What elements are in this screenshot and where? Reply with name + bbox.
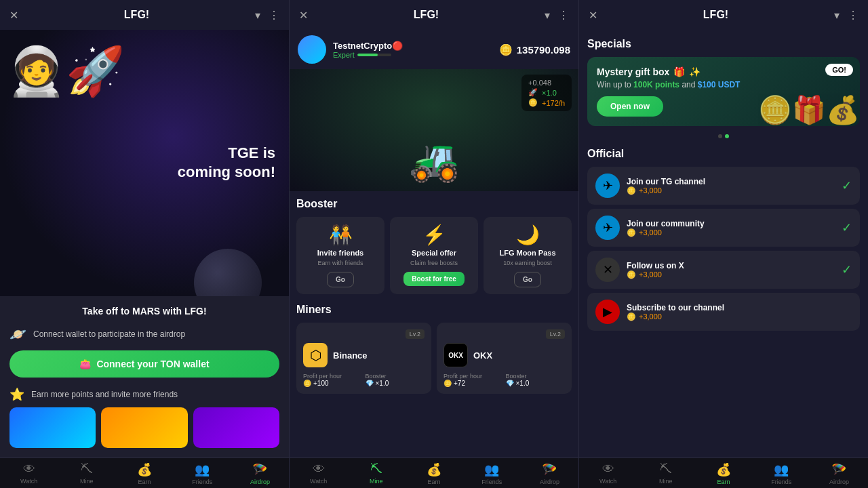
binance-stats: Profit per hour 🪙 +100 Booster 💎 ×1.0 — [303, 373, 425, 387]
task-list: ✈ Join our TG channel 🪙 +3,000 ✓ ✈ Join … — [587, 167, 860, 331]
nav-watch-label-2: Watch — [310, 478, 327, 485]
nav-friends-1[interactable]: 👥 Friends — [174, 462, 231, 485]
miner-card-okx: Lv.2 OKX OKX Profit per hour 🪙 +72 — [437, 323, 572, 394]
miner-truck-icon: 🚜 — [409, 136, 460, 184]
task-name-4: Subscribe to our channel — [627, 303, 852, 312]
dot-2 — [725, 134, 729, 138]
menu-icon-1[interactable]: ⋮ — [269, 9, 279, 22]
nav-earn-3[interactable]: 💰 Earn — [694, 462, 752, 485]
airdrop-nav-icon-3: 🪂 — [831, 462, 846, 477]
invite-friends-icon: 🧑‍🤝‍🧑 — [329, 224, 353, 246]
nav-friends-2[interactable]: 👥 Friends — [463, 462, 521, 485]
nav-airdrop-label-3: Airdrop — [829, 479, 849, 485]
nav-friends-label-3: Friends — [771, 479, 791, 485]
booster-special-sub: Claim free boosts — [410, 260, 458, 266]
friend-card-1 — [9, 407, 96, 448]
booster-section-title: Booster — [296, 198, 572, 210]
task-item-tg-channel[interactable]: ✈ Join our TG channel 🪙 +3,000 ✓ — [587, 167, 860, 205]
boost-icon-binance: 💎 — [366, 380, 374, 387]
rate-stat-1: +0.048 — [528, 79, 565, 87]
nav-watch-1[interactable]: 👁 Watch — [0, 462, 58, 485]
coin-icon: 🪙 — [499, 43, 513, 56]
booster-grid: 🧑‍🤝‍🧑 Invite friends Earn with friends G… — [296, 217, 572, 294]
tagline: Take off to MARS with LFG! — [9, 306, 279, 317]
nav-airdrop-2[interactable]: 🪂 Airdrop — [521, 462, 578, 485]
earn-nav-icon-3: 💰 — [716, 462, 731, 477]
mining-scene: 🚜 +0.048 🚀 ×1.0 🪙 +172/h — [290, 69, 578, 191]
check-icon-1: ✓ — [842, 178, 852, 193]
app-title-3: LFG! — [703, 9, 728, 21]
balance-value: 135790.098 — [517, 44, 570, 56]
boost-for-free-button[interactable]: Boost for free — [403, 272, 465, 286]
moon-pass-icon: 🌙 — [516, 224, 540, 246]
telegram-icon-1: ✈ — [595, 174, 620, 198]
dot-1 — [718, 134, 722, 138]
binance-name: Binance — [333, 350, 368, 361]
nav-watch-3[interactable]: 👁 Watch — [579, 462, 637, 485]
airdrop-section: Take off to MARS with LFG! 🪐 Connect wal… — [0, 296, 289, 458]
multiplier-stat: 🚀 ×1.0 — [528, 88, 565, 97]
nav-friends-3[interactable]: 👥 Friends — [753, 462, 810, 485]
multiplier-icon: 🚀 — [528, 88, 538, 97]
nav-mine-label-2: Mine — [370, 478, 383, 485]
nav-earn-2[interactable]: 💰 Earn — [405, 462, 462, 485]
okx-stats: Profit per hour 🪙 +72 Booster 💎 ×1.0 — [443, 373, 565, 387]
close-button-3[interactable]: ✕ — [589, 9, 597, 22]
okx-booster-col: Booster 💎 ×1.0 — [506, 373, 566, 387]
panel-earn: ✕ LFG! ▾ ⋮ Specials GO! Mystery gift box… — [579, 0, 868, 488]
planet-decoration — [194, 249, 262, 296]
okx-profit-label: Profit per hour — [443, 373, 503, 380]
task-item-community[interactable]: ✈ Join our community 🪙 +3,000 ✓ — [587, 209, 860, 247]
nav-mine-2[interactable]: ⛏ Mine — [347, 462, 405, 485]
mystery-go-button[interactable]: GO! — [825, 64, 853, 76]
nav-mine-3[interactable]: ⛏ Mine — [637, 462, 694, 485]
topbar-icons-2: ▾ ⋮ — [545, 9, 569, 22]
chevron-down-icon-1[interactable]: ▾ — [255, 9, 260, 22]
nav-friends-label-2: Friends — [481, 479, 502, 485]
earn-item-friends: ⭐ Earn more points and invite more frien… — [9, 387, 279, 402]
app-title-2: LFG! — [414, 9, 439, 21]
airdrop-nav-icon-1: 🪂 — [252, 462, 267, 477]
connect-ton-wallet-button[interactable]: 👛 Connect your TON wallet — [9, 350, 279, 378]
miner-binance-info: ⬡ Binance — [303, 343, 425, 367]
specials-title: Specials — [587, 38, 860, 50]
nav-mine-1[interactable]: ⛏ Mine — [58, 462, 115, 485]
chevron-down-icon-2[interactable]: ▾ — [545, 9, 550, 22]
open-now-button[interactable]: Open now — [597, 96, 663, 117]
avatar — [298, 35, 326, 64]
close-button-2[interactable]: ✕ — [299, 9, 308, 22]
nav-airdrop-3[interactable]: 🪂 Airdrop — [810, 462, 868, 485]
bottom-nav-mine: 👁 Watch ⛏ Mine 💰 Earn 👥 Friends 🪂 Airdro… — [290, 458, 578, 488]
watch-nav-icon-1: 👁 — [23, 462, 35, 476]
carousel-dots — [587, 134, 860, 138]
hero-title: TGE is coming soon! — [178, 144, 275, 182]
chevron-down-icon-3[interactable]: ▾ — [834, 9, 840, 22]
nav-airdrop-label-2: Airdrop — [540, 479, 559, 485]
earn-content: Specials GO! Mystery gift box 🎁 ✨ Win up… — [579, 30, 868, 458]
nav-earn-1[interactable]: 💰 Earn — [115, 462, 173, 485]
friends-preview — [9, 407, 279, 448]
user-details: TestnetCrypto🔴 Expert — [333, 41, 403, 59]
okx-booster-label: Booster — [506, 373, 566, 380]
nav-airdrop-1[interactable]: 🪂 Airdrop — [231, 462, 289, 485]
nav-watch-2[interactable]: 👁 Watch — [290, 462, 347, 485]
mine-nav-icon-3: ⛏ — [660, 462, 672, 476]
mine-content: Booster 🧑‍🤝‍🧑 Invite friends Earn with f… — [290, 191, 578, 458]
task-item-subscribe[interactable]: ▶ Subscribe to our channel 🪙 +3,000 — [587, 293, 860, 331]
airdrop-item-text-1: Connect wallet to participate in the air… — [33, 329, 185, 339]
task-item-follow-x[interactable]: ✕ Follow us on X 🪙 +3,000 ✓ — [587, 251, 860, 289]
official-title: Official — [587, 148, 860, 160]
menu-icon-2[interactable]: ⋮ — [558, 9, 569, 22]
topbar-mine: ✕ LFG! ▾ ⋮ — [290, 0, 578, 30]
user-header: TestnetCrypto🔴 Expert 🪙 135790.098 — [290, 30, 578, 69]
booster-invite-btn[interactable]: Go — [327, 272, 354, 287]
okx-profit-label-col: Profit per hour 🪙 +72 — [443, 373, 503, 387]
close-button-1[interactable]: ✕ — [9, 9, 18, 22]
booster-moon-btn[interactable]: Go — [514, 272, 541, 287]
binance-profit-value: 🪙 +100 — [303, 380, 363, 387]
menu-icon-3[interactable]: ⋮ — [848, 9, 859, 22]
coin-icon-task-2: 🪙 — [627, 228, 636, 237]
coin-icon-binance: 🪙 — [303, 380, 311, 387]
miner-card-binance: Lv.2 ⬡ Binance Profit per hour 🪙 +100 — [296, 323, 431, 394]
nav-earn-label-2: Earn — [428, 479, 441, 485]
